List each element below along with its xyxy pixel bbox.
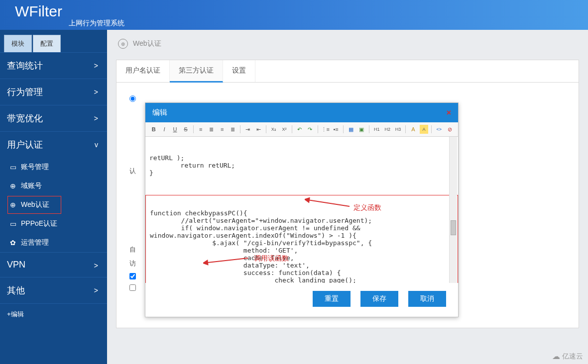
sidebar-item-label: 账号管理 bbox=[21, 163, 49, 172]
chevron-right-icon: > bbox=[94, 286, 98, 294]
breadcrumb: ⊕ Web认证 bbox=[118, 39, 579, 49]
svg-line-3 bbox=[203, 258, 248, 263]
sidebar-group-label: 查询统计 bbox=[7, 61, 43, 71]
panel-tabs: 用户名认证 第三方认证 设置 bbox=[117, 60, 579, 83]
toolbar-separator bbox=[292, 125, 292, 133]
sidebar: 模块 配置 查询统计 > 行为管理 > 带宽优化 > 用户认证 v ▭ 账号管理… bbox=[0, 30, 107, 364]
cancel-button[interactable]: 取消 bbox=[408, 291, 446, 307]
globe-icon: ⊕ bbox=[9, 182, 17, 190]
tab-username-auth[interactable]: 用户名认证 bbox=[117, 60, 170, 82]
sidebar-group-label: 带宽优化 bbox=[7, 113, 43, 123]
svg-line-1 bbox=[305, 199, 350, 206]
tab-settings[interactable]: 设置 bbox=[223, 60, 255, 82]
id-card-icon: ▭ bbox=[9, 163, 17, 171]
outdent-icon[interactable]: ⇤ bbox=[254, 125, 263, 134]
sidebar-subitems: ▭ 账号管理 ⊕ 域账号 ⊕ Web认证 ▭ PPPoE认证 ✿ 运营管理 bbox=[0, 158, 107, 252]
chevron-right-icon: > bbox=[94, 62, 98, 70]
toolbar-separator bbox=[240, 125, 240, 133]
highlight-icon[interactable]: A bbox=[420, 125, 428, 134]
sidebar-item-domain-account[interactable]: ⊕ 域账号 bbox=[7, 177, 107, 195]
sidebar-item-account-manage[interactable]: ▭ 账号管理 bbox=[7, 158, 107, 177]
source-icon[interactable]: <> bbox=[435, 125, 443, 134]
chevron-down-icon: v bbox=[95, 141, 98, 149]
h2-icon[interactable]: H2 bbox=[383, 125, 392, 134]
align-justify-icon[interactable]: ≣ bbox=[229, 125, 237, 134]
tab-thirdparty-auth[interactable]: 第三方认证 bbox=[170, 60, 223, 83]
toolbar-separator bbox=[369, 125, 369, 133]
watermark: ☁ 亿速云 bbox=[552, 352, 583, 361]
redo-icon[interactable]: ↷ bbox=[306, 125, 314, 134]
radio-option[interactable] bbox=[129, 95, 136, 102]
clear-format-icon[interactable]: ⊘ bbox=[445, 125, 454, 134]
sidebar-group-other[interactable]: 其他 > bbox=[0, 277, 107, 303]
sidebar-item-label: 域账号 bbox=[21, 182, 42, 190]
checkbox-2[interactable] bbox=[129, 284, 136, 291]
code-editor[interactable]: retURL ); return retURL; } function chec… bbox=[145, 137, 458, 283]
annotation-define: 定义函数 bbox=[353, 203, 381, 212]
dialog-titlebar: 编辑 × bbox=[145, 103, 458, 122]
sidebar-group-vpn[interactable]: VPN > bbox=[0, 252, 107, 277]
sidebar-item-pppoe-auth[interactable]: ▭ PPPoE认证 bbox=[7, 214, 107, 233]
indent-icon[interactable]: ⇥ bbox=[243, 125, 252, 134]
sidebar-item-label: Web认证 bbox=[21, 200, 49, 209]
font-color-icon[interactable]: A bbox=[409, 125, 417, 134]
sidebar-item-ops-manage[interactable]: ✿ 运营管理 bbox=[7, 233, 107, 252]
sidebar-tab-module[interactable]: 模块 bbox=[4, 35, 32, 52]
toolbar-separator bbox=[266, 125, 266, 133]
subscript-icon[interactable]: X₂ bbox=[269, 125, 278, 134]
chevron-right-icon: > bbox=[94, 262, 98, 270]
scrollbar[interactable] bbox=[449, 137, 457, 283]
chevron-right-icon: > bbox=[94, 88, 98, 96]
h3-icon[interactable]: H3 bbox=[394, 125, 402, 134]
editor-area[interactable]: retURL ); return retURL; } function chec… bbox=[145, 137, 458, 283]
unordered-list-icon[interactable]: •≡ bbox=[332, 125, 340, 134]
sidebar-group-auth[interactable]: 用户认证 v bbox=[0, 131, 107, 158]
edit-dialog: 编辑 × BIUS≡≣≡≣⇥⇤X₂X²↶↷⋮≡•≡▦▣H1H2H3AA<>⊘ r… bbox=[145, 102, 459, 317]
ordered-list-icon[interactable]: ⋮≡ bbox=[321, 125, 330, 134]
sidebar-group-bandwidth[interactable]: 带宽优化 > bbox=[0, 105, 107, 131]
image-icon[interactable]: ▣ bbox=[357, 125, 366, 134]
bold-icon[interactable]: B bbox=[149, 125, 158, 134]
h1-icon[interactable]: H1 bbox=[372, 125, 381, 134]
gear-icon: ✿ bbox=[9, 239, 17, 247]
app-subtitle: 上网行为管理系统 bbox=[69, 19, 588, 28]
editor-toolbar: BIUS≡≣≡≣⇥⇤X₂X²↶↷⋮≡•≡▦▣H1H2H3AA<>⊘ bbox=[145, 122, 458, 137]
sidebar-item-web-auth[interactable]: ⊕ Web认证 bbox=[7, 195, 62, 214]
align-left-icon[interactable]: ≡ bbox=[197, 125, 205, 134]
breadcrumb-label: Web认证 bbox=[133, 39, 161, 48]
align-right-icon[interactable]: ≡ bbox=[218, 125, 226, 134]
reset-button[interactable]: 重置 bbox=[313, 291, 351, 307]
italic-icon[interactable]: I bbox=[160, 125, 168, 134]
code-highlighted: function checkbypassPC(){ //alert("userA… bbox=[146, 210, 458, 283]
table-icon[interactable]: ▦ bbox=[347, 125, 355, 134]
label-fragment: 访 bbox=[129, 259, 136, 268]
sidebar-group-behavior[interactable]: 行为管理 > bbox=[0, 79, 107, 105]
toolbar-separator bbox=[343, 125, 344, 133]
globe-icon: ⊕ bbox=[9, 201, 17, 209]
scrollbar-thumb[interactable] bbox=[451, 220, 456, 235]
checkbox-1[interactable] bbox=[129, 273, 136, 279]
save-button[interactable]: 保存 bbox=[360, 291, 398, 307]
app-logo: WFilter bbox=[15, 0, 588, 19]
cloud-icon: ☁ bbox=[552, 352, 560, 361]
toolbar-separator bbox=[193, 125, 194, 133]
undo-icon[interactable]: ↶ bbox=[295, 125, 304, 134]
code-pre: retURL ); return retURL; } bbox=[145, 152, 458, 180]
align-center-icon[interactable]: ≣ bbox=[207, 125, 216, 134]
highlight-box: function checkbypassPC(){ //alert("userA… bbox=[145, 195, 458, 283]
dialog-title: 编辑 bbox=[152, 108, 167, 117]
watermark-text: 亿速云 bbox=[562, 352, 583, 361]
superscript-icon[interactable]: X² bbox=[280, 125, 288, 134]
card-icon: ▭ bbox=[9, 220, 17, 228]
underline-icon[interactable]: U bbox=[171, 125, 179, 134]
sidebar-group-label: 用户认证 bbox=[7, 140, 43, 150]
annotation-call: 调用该函数 bbox=[254, 254, 289, 263]
strike-icon[interactable]: S bbox=[181, 125, 190, 134]
sidebar-tab-config[interactable]: 配置 bbox=[33, 35, 61, 52]
sidebar-group-query[interactable]: 查询统计 > bbox=[0, 52, 107, 79]
arrow-call-icon bbox=[203, 256, 253, 266]
sidebar-edit-button[interactable]: +编辑 bbox=[0, 303, 107, 325]
close-icon[interactable]: × bbox=[447, 108, 451, 117]
sidebar-group-label: 其他 bbox=[7, 285, 25, 295]
sidebar-item-label: PPPoE认证 bbox=[21, 219, 57, 228]
